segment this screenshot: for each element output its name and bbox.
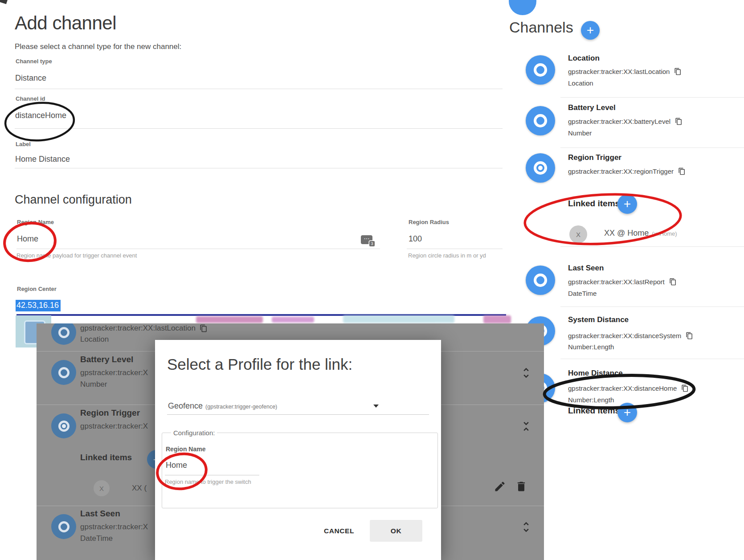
channel-state-icon (526, 55, 555, 85)
channel-title: Home Distance (568, 369, 623, 378)
ime-dots: ⋯ (364, 235, 370, 242)
cancel-button[interactable]: CANCEL (315, 522, 364, 540)
ime-badge: 3 (369, 241, 375, 246)
label-underline (15, 168, 503, 168)
region-center-input[interactable]: 42.53,16.16 (16, 300, 61, 311)
linked-item-avatar: X (569, 225, 587, 243)
linked-item-row[interactable]: XX @ Home(xxHome) (604, 229, 677, 238)
channel-type-text: Location (568, 79, 593, 87)
corner-artifact (0, 0, 8, 4)
copy-icon[interactable] (686, 332, 693, 339)
modal-region-name-input[interactable]: Home (166, 461, 187, 470)
modal-region-name-hint: Region name to trigger the switch (165, 478, 251, 485)
channel-type-text: Number:Length (568, 343, 614, 351)
artifact-teal-1 (343, 315, 454, 323)
plus-icon: + (587, 23, 594, 37)
dim-channel-trigger-icon (51, 413, 76, 438)
dim-channel-uid: gpstracker:tracker:XX:lastLocation (80, 324, 196, 333)
channel-uid-row: gpstracker:tracker:XX:distanceSystem (568, 332, 693, 339)
channel-type-label: Channel type (16, 58, 52, 65)
artifact-pink-1 (196, 316, 263, 323)
channels-header: Channels (509, 19, 573, 36)
copy-icon[interactable] (678, 168, 686, 175)
region-name-input[interactable]: Home (17, 234, 38, 244)
channel-uid: gpstracker:tracker:XX:regionTrigger (568, 168, 674, 175)
linked-item-suffix: (xxHome) (652, 230, 677, 237)
keyboard-ime-icon[interactable]: ⋯ 3 (361, 235, 372, 244)
region-radius-input[interactable]: 100 (409, 234, 422, 244)
add-linked-item-button[interactable]: + (617, 403, 637, 422)
channel-uid: gpstracker:tracker:XX:distanceSystem (568, 332, 681, 339)
divider (560, 307, 744, 307)
dim-channel-title: Battery Level (80, 355, 133, 364)
add-channel-button[interactable]: + (581, 21, 600, 40)
dim-channel-uid: gpstracker:tracker:X (80, 368, 148, 377)
channel-type-text: DateTime (568, 290, 597, 297)
channel-trigger-icon (526, 153, 555, 183)
channel-uid: gpstracker:tracker:XX:distanceHome (568, 384, 677, 392)
copy-icon[interactable] (675, 118, 683, 125)
artifact-pink-2 (272, 317, 314, 323)
artifact-pink-3 (483, 315, 511, 323)
configuration-legend: Configuration: (171, 429, 217, 437)
channel-uid-row: gpstracker:tracker:XX:lastLocation (568, 68, 682, 75)
dim-channel-title: Region Trigger (80, 408, 140, 418)
dim-channel-state-icon (51, 360, 76, 385)
ok-button[interactable]: OK (370, 520, 422, 542)
profile-select[interactable]: Geofence(gpstracker:trigger-geofence) (168, 401, 277, 411)
profile-dialog: Select a Profile for the link: Geofence(… (155, 340, 441, 560)
channel-type-text: Number (568, 129, 592, 137)
linked-items-label: Linked items (568, 406, 620, 416)
dim-channel-type: Number (80, 380, 107, 389)
dialog-title: Select a Profile for the link: (167, 356, 352, 373)
copy-icon[interactable] (669, 278, 677, 286)
channel-id-input[interactable]: distanceHome (15, 111, 66, 120)
dim-linked-items-label: Linked items (80, 453, 132, 462)
label-input[interactable]: Home Distance (15, 155, 70, 164)
profile-select-uid: (gpstracker:trigger-geofence) (205, 404, 277, 410)
divider (560, 97, 744, 98)
region-name-underline (16, 249, 380, 249)
region-name-hint: Region name payload for trigger channel … (16, 252, 137, 259)
annotation-black-channel-id (4, 101, 75, 143)
unfold-more-icon (519, 520, 533, 534)
divider (560, 147, 744, 148)
region-radius-underline (407, 249, 503, 249)
dim-linked-item-name: XX ( (132, 484, 147, 493)
channel-state-icon (526, 266, 555, 295)
channel-uid-row: gpstracker:tracker:XX:batteryLevel (568, 118, 683, 125)
dim-channel-uid: gpstracker:tracker:X (80, 523, 148, 531)
plus-icon: + (624, 197, 631, 211)
region-center-label: Region Center (17, 286, 57, 292)
dim-channel-type: Location (80, 335, 109, 344)
region-name-label: Region Name (17, 219, 54, 225)
modal-region-name-label: Region Name (166, 446, 205, 453)
plus-icon: + (624, 405, 631, 420)
copy-icon[interactable] (681, 384, 689, 392)
page: Add channel Please select a channel type… (0, 0, 744, 560)
dim-linked-item-avatar: X (94, 480, 110, 496)
dim-channel-type: DateTime (80, 534, 113, 543)
dim-channel-state-icon (51, 323, 76, 345)
unfold-more-icon (519, 366, 533, 380)
profile-select-underline (167, 414, 429, 415)
copy-icon (200, 324, 208, 332)
divider (560, 246, 744, 247)
dim-channel-title: Last Seen (80, 509, 120, 519)
add-linked-item-button[interactable]: + (617, 194, 637, 214)
delete-trash-icon (515, 480, 527, 493)
channel-type-value[interactable]: Distance (15, 74, 46, 83)
channel-uid: gpstracker:tracker:XX:batteryLevel (568, 118, 670, 125)
dropdown-caret-icon[interactable] (373, 405, 379, 408)
copy-icon[interactable] (674, 68, 682, 75)
region-radius-hint: Region circle radius in m or yd (408, 252, 486, 259)
channel-title: Last Seen (568, 264, 604, 273)
channel-state-icon (526, 106, 555, 135)
dim-channel-uid-row: gpstracker:tracker:XX:lastLocation (80, 324, 208, 333)
channel-type-text: Number:Length (568, 396, 614, 404)
label-label: Label (16, 141, 31, 147)
channel-title: Battery Level (568, 103, 616, 112)
panel-top-circle-icon (509, 0, 536, 15)
modal-region-name-underline (165, 475, 259, 475)
linked-item-name: XX @ Home (604, 229, 649, 237)
